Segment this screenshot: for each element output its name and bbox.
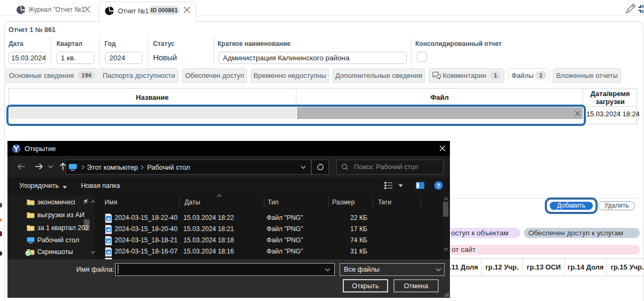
svg-text:?: ? [437,183,440,189]
